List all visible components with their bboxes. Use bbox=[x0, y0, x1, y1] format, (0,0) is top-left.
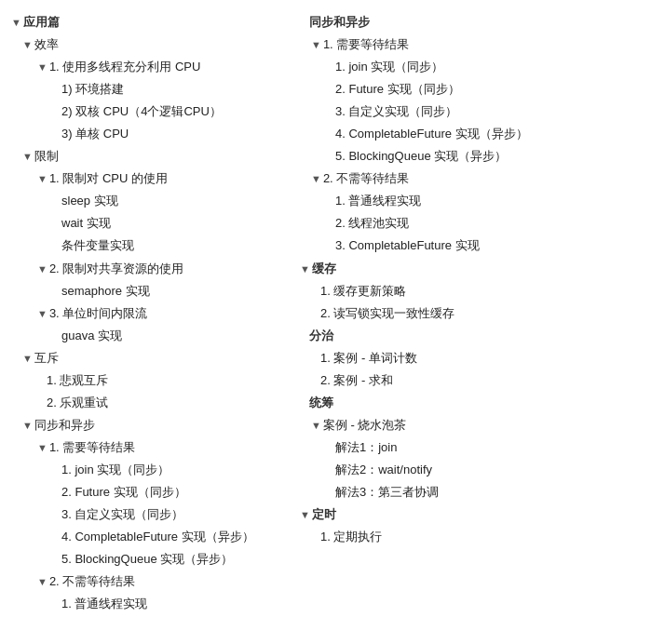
item-label: 1. 限制对 CPU 的使用 bbox=[49, 171, 168, 185]
tree-item[interactable]: ▼2. 不需等待结果 bbox=[7, 570, 281, 593]
item-label: 3) 单核 CPU bbox=[61, 127, 129, 141]
arrow-icon: ▼ bbox=[22, 39, 33, 50]
tree-item[interactable]: 5. BlockingQueue 实现（异步） bbox=[7, 548, 281, 570]
tree-item[interactable]: 2) 双核 CPU（4个逻辑CPU） bbox=[7, 101, 281, 123]
tree-item[interactable]: 1. 普通线程实现 bbox=[7, 593, 281, 615]
item-label: 1. join 实现（同步） bbox=[335, 60, 443, 74]
item-label: 解法3：第三者协调 bbox=[335, 485, 439, 499]
arrow-icon: ▼ bbox=[22, 420, 33, 431]
tree-item[interactable]: ▼同步和异步 bbox=[7, 414, 281, 436]
item-label: 统筹 bbox=[309, 396, 333, 409]
tree-item[interactable]: ▼1. 需要等待结果 bbox=[7, 436, 281, 459]
arrow-icon: ▼ bbox=[37, 173, 47, 184]
tree-item[interactable]: ▼1. 需要等待结果 bbox=[296, 34, 644, 56]
arrow-icon: ▼ bbox=[11, 17, 21, 28]
item-label: 应用篇 bbox=[23, 15, 60, 29]
tree-item[interactable]: 1. 悲观互斥 bbox=[7, 369, 281, 392]
item-label: 1. 使用多线程充分利用 CPU bbox=[49, 60, 201, 74]
item-label: 1. 定期执行 bbox=[320, 530, 382, 543]
tree-item[interactable]: ▼定时 bbox=[296, 503, 644, 526]
tree-item[interactable]: 解法3：第三者协调 bbox=[296, 481, 644, 503]
arrow-icon: ▼ bbox=[37, 263, 47, 275]
item-label: 2. 不需等待结果 bbox=[323, 171, 409, 185]
item-label: 2. 线程池实现 bbox=[335, 216, 409, 230]
tree-item[interactable]: 5. BlockingQueue 实现（异步） bbox=[296, 145, 644, 168]
tree-item[interactable]: 2. Future 实现（同步） bbox=[7, 481, 281, 503]
right-column: 同步和异步▼1. 需要等待结果1. join 实现（同步）2. Future 实… bbox=[289, 7, 651, 552]
arrow-icon: ▼ bbox=[300, 509, 310, 520]
item-label: 同步和异步 bbox=[34, 418, 95, 432]
tree-item[interactable]: 2. 线程池实现 bbox=[296, 212, 644, 235]
tree-item[interactable]: 2. 读写锁实现一致性缓存 bbox=[296, 302, 644, 325]
tree-item[interactable]: 4. CompletableFuture 实现（异步） bbox=[296, 123, 644, 145]
item-label: 条件变量实现 bbox=[61, 238, 134, 252]
item-label: 定时 bbox=[312, 507, 336, 521]
tree-item[interactable]: 2. Future 实现（同步） bbox=[296, 78, 644, 101]
tree-item[interactable]: 1. join 实现（同步） bbox=[296, 56, 644, 78]
tree-item[interactable]: 4. CompletableFuture 实现（异步） bbox=[7, 526, 281, 548]
tree-item[interactable]: wait 实现 bbox=[7, 212, 281, 235]
tree-item[interactable]: 2. 乐观重试 bbox=[7, 392, 281, 414]
tree-item[interactable]: ▼3. 单位时间内限流 bbox=[7, 302, 281, 325]
item-label: 2. 案例 - 求和 bbox=[320, 373, 393, 387]
item-label: 1. 悲观互斥 bbox=[47, 373, 108, 387]
tree-item[interactable]: 3. 自定义实现（同步） bbox=[296, 101, 644, 123]
tree-item[interactable]: ▼1. 限制对 CPU 的使用 bbox=[7, 168, 281, 190]
tree-item[interactable]: guava 实现 bbox=[7, 325, 281, 347]
arrow-icon: ▼ bbox=[300, 263, 310, 275]
item-label: 1. 普通线程实现 bbox=[61, 597, 147, 610]
tree-item[interactable]: ▼限制 bbox=[7, 145, 281, 168]
item-label: 3. CompletableFuture 实现 bbox=[335, 238, 480, 252]
item-label: 1. join 实现（同步） bbox=[61, 463, 170, 476]
tree-item[interactable]: ▼2. 不需等待结果 bbox=[296, 168, 644, 190]
item-label: 1. 需要等待结果 bbox=[323, 37, 409, 51]
item-label: 缓存 bbox=[312, 262, 336, 275]
tree-item[interactable]: 3. 自定义实现（同步） bbox=[7, 503, 281, 526]
tree-item[interactable]: ▼缓存 bbox=[296, 258, 644, 280]
tree-item[interactable]: 统筹 bbox=[296, 392, 644, 414]
tree-item[interactable]: ▼案例 - 烧水泡茶 bbox=[296, 414, 644, 436]
item-label: wait 实现 bbox=[61, 216, 111, 230]
arrow-icon: ▼ bbox=[311, 173, 321, 184]
arrow-icon: ▼ bbox=[22, 353, 33, 364]
tree-item[interactable]: 同步和异步 bbox=[296, 11, 644, 34]
item-label: 1. 案例 - 单词计数 bbox=[320, 351, 417, 365]
item-label: 解法2：wait/notify bbox=[335, 463, 432, 476]
tree-item[interactable]: 1. 定期执行 bbox=[296, 526, 644, 548]
item-label: 同步和异步 bbox=[309, 15, 370, 29]
tree-item[interactable]: sleep 实现 bbox=[7, 190, 281, 212]
item-label: 2. 乐观重试 bbox=[47, 396, 108, 409]
item-label: semaphore 实现 bbox=[61, 284, 150, 298]
tree-item[interactable]: 2. 案例 - 求和 bbox=[296, 369, 644, 392]
tree-item[interactable]: 1. 缓存更新策略 bbox=[296, 280, 644, 302]
item-label: 2. Future 实现（同步） bbox=[61, 485, 186, 499]
item-label: guava 实现 bbox=[61, 329, 122, 342]
item-label: 限制 bbox=[34, 149, 59, 163]
tree-item[interactable]: 1. 案例 - 单词计数 bbox=[296, 347, 644, 369]
tree-item[interactable]: 1. 普通线程实现 bbox=[296, 190, 644, 212]
item-label: 1) 环境搭建 bbox=[61, 82, 124, 96]
tree-item[interactable]: semaphore 实现 bbox=[7, 280, 281, 302]
left-column: ▼应用篇▼效率▼1. 使用多线程充分利用 CPU1) 环境搭建2) 双核 CPU… bbox=[0, 7, 289, 619]
item-label: 解法1：join bbox=[335, 440, 397, 454]
tree-item[interactable]: 分治 bbox=[296, 325, 644, 347]
arrow-icon: ▼ bbox=[37, 61, 47, 73]
arrow-icon: ▼ bbox=[37, 576, 47, 587]
tree-item[interactable]: 3) 单核 CPU bbox=[7, 123, 281, 145]
item-label: 互斥 bbox=[34, 351, 59, 365]
item-label: sleep 实现 bbox=[61, 194, 118, 208]
tree-item[interactable]: ▼应用篇 bbox=[7, 11, 281, 34]
tree-item[interactable]: ▼互斥 bbox=[7, 347, 281, 369]
tree-item[interactable]: 解法1：join bbox=[296, 436, 644, 459]
tree-item[interactable]: ▼2. 限制对共享资源的使用 bbox=[7, 258, 281, 280]
tree-item[interactable]: 解法2：wait/notify bbox=[296, 459, 644, 481]
item-label: 1. 缓存更新策略 bbox=[320, 284, 406, 298]
tree-item[interactable]: ▼效率 bbox=[7, 34, 281, 56]
item-label: 2) 双核 CPU（4个逻辑CPU） bbox=[61, 104, 222, 118]
tree-item[interactable]: 3. CompletableFuture 实现 bbox=[296, 235, 644, 257]
tree-item[interactable]: 1. join 实现（同步） bbox=[7, 459, 281, 481]
tree-item[interactable]: ▼1. 使用多线程充分利用 CPU bbox=[7, 56, 281, 78]
item-label: 2. 限制对共享资源的使用 bbox=[49, 262, 183, 275]
tree-item[interactable]: 条件变量实现 bbox=[7, 235, 281, 257]
tree-item[interactable]: 1) 环境搭建 bbox=[7, 78, 281, 101]
